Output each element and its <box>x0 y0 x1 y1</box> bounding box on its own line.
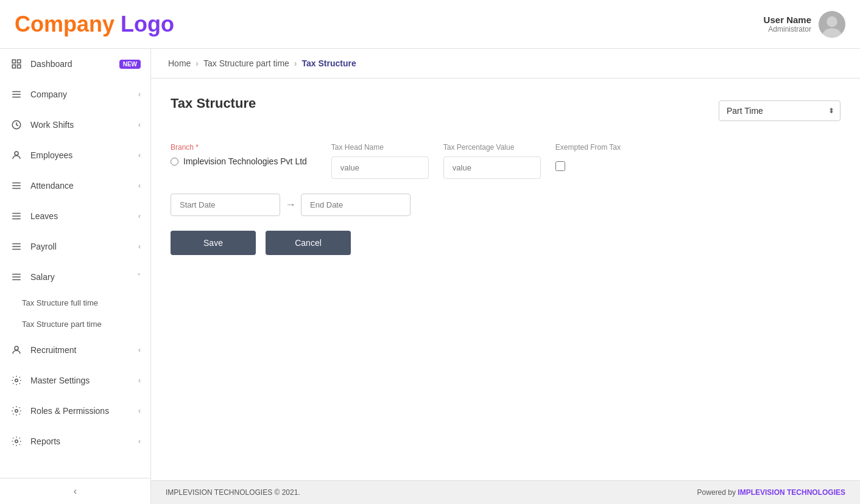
sidebar-item-leaves[interactable]: Leaves ‹ <box>0 201 150 231</box>
sidebar-item-work-shifts[interactable]: Work Shifts ‹ <box>0 110 150 140</box>
new-badge: NEW <box>119 60 141 69</box>
logo-company-text: Company <box>15 12 115 37</box>
sidebar-label-salary: Salary <box>30 272 137 282</box>
sidebar-item-payroll[interactable]: Payroll ‹ <box>0 231 150 262</box>
main-layout: Dashboard NEW Company ‹ Work Shifts ‹ Em… <box>0 49 860 504</box>
svg-point-24 <box>15 346 18 350</box>
breadcrumb-home[interactable]: Home <box>168 58 191 68</box>
sidebar-label-leaves: Leaves <box>30 211 138 221</box>
roles-icon <box>10 404 23 418</box>
breadcrumb-tax-part-time[interactable]: Tax Structure part time <box>203 58 289 68</box>
svg-point-27 <box>15 440 18 443</box>
dashboard-icon <box>10 57 23 71</box>
sidebar-item-dashboard[interactable]: Dashboard NEW <box>0 49 150 79</box>
svg-rect-4 <box>18 60 21 63</box>
reports-chevron: ‹ <box>138 437 141 446</box>
tax-head-name-label: Tax Head Name <box>331 143 429 152</box>
attendance-chevron: ‹ <box>138 181 141 190</box>
sidebar-label-attendance: Attendance <box>30 181 138 191</box>
tax-percentage-label: Tax Percentage Value <box>443 143 541 152</box>
user-text: User Name Administrator <box>764 15 811 33</box>
user-info: User Name Administrator <box>764 11 845 38</box>
start-date-input[interactable] <box>171 194 280 216</box>
tax-fields: Tax Head Name Tax Percentage Value Exemp… <box>331 143 621 179</box>
breadcrumb-tax-structure: Tax Structure <box>302 58 356 68</box>
salary-icon <box>10 270 23 284</box>
main-content: Tax Structure Part Time Full Time Branch… <box>151 79 860 480</box>
date-arrow-icon: → <box>285 198 296 211</box>
person-icon <box>10 149 23 162</box>
sidebar-item-employees[interactable]: Employees ‹ <box>0 140 150 170</box>
sidebar-label-master-settings: Master Settings <box>30 376 138 385</box>
leaves-chevron: ‹ <box>138 212 141 220</box>
attendance-icon <box>10 179 23 192</box>
footer-left: IMPLEVISION TECHNOLOGIES © 2021. <box>166 488 300 497</box>
branch-label: Branch * <box>171 143 307 152</box>
svg-point-25 <box>15 379 18 382</box>
company-logo: Company Logo <box>15 12 174 37</box>
roles-chevron: ‹ <box>138 407 141 415</box>
sidebar-label-employees: Employees <box>30 150 138 160</box>
recruitment-chevron: ‹ <box>138 346 141 354</box>
svg-point-11 <box>15 152 18 155</box>
collapse-icon: ‹ <box>74 486 77 497</box>
recruitment-icon <box>10 343 23 357</box>
svg-rect-5 <box>12 65 15 68</box>
branch-option-label: Implevision Technologies Pvt Ltd <box>183 156 307 166</box>
tax-percentage-field: Tax Percentage Value <box>443 143 541 179</box>
footer-brand: IMPLEVISION TECHNOLOGIES <box>738 488 845 497</box>
sidebar-item-reports[interactable]: Reports ‹ <box>0 426 150 457</box>
svg-point-1 <box>827 16 837 27</box>
master-settings-chevron: ‹ <box>138 376 141 385</box>
sidebar-sub-item-tax-part[interactable]: Tax Structure part time <box>0 313 150 335</box>
branch-radio[interactable] <box>171 158 178 166</box>
type-dropdown-wrapper: Part Time Full Time <box>719 100 841 121</box>
sidebar-item-company[interactable]: Company ‹ <box>0 79 150 110</box>
sidebar-sub-item-tax-full[interactable]: Tax Structure full time <box>0 292 150 313</box>
breadcrumb-sep-1: › <box>196 58 199 68</box>
sidebar: Dashboard NEW Company ‹ Work Shifts ‹ Em… <box>0 49 151 504</box>
svg-rect-3 <box>12 60 15 63</box>
work-shifts-chevron: ‹ <box>138 121 141 129</box>
end-date-input[interactable] <box>301 194 411 216</box>
sidebar-label-recruitment: Recruitment <box>30 345 138 355</box>
tax-percentage-input[interactable] <box>443 156 541 179</box>
master-settings-icon <box>10 374 23 387</box>
type-dropdown[interactable]: Part Time Full Time <box>719 100 841 121</box>
svg-point-26 <box>15 410 18 413</box>
sidebar-label-reports: Reports <box>30 436 138 446</box>
tax-head-name-field: Tax Head Name <box>331 143 429 179</box>
tax-part-label: Tax Structure part time <box>22 320 102 329</box>
header: Company Logo User Name Administrator <box>0 0 860 49</box>
breadcrumb-sep-2: › <box>294 58 297 68</box>
user-role: Administrator <box>764 25 811 33</box>
reports-icon <box>10 435 23 448</box>
save-button[interactable]: Save <box>171 231 256 255</box>
button-row: Save Cancel <box>171 231 841 255</box>
sidebar-label-company: Company <box>30 89 138 99</box>
avatar <box>819 11 845 38</box>
sidebar-label-payroll: Payroll <box>30 242 138 251</box>
exempted-label: Exempted From Tax <box>555 143 621 152</box>
logo-logo-text: Logo <box>115 12 174 37</box>
company-icon <box>10 88 23 101</box>
footer-right: Powered by IMPLEVISION TECHNOLOGIES <box>697 488 845 497</box>
clock-icon <box>10 118 23 131</box>
cancel-button[interactable]: Cancel <box>266 231 351 255</box>
sidebar-item-recruitment[interactable]: Recruitment ‹ <box>0 335 150 365</box>
payroll-icon <box>10 240 23 253</box>
exempted-checkbox[interactable] <box>555 161 565 171</box>
employees-chevron: ‹ <box>138 151 141 159</box>
sidebar-item-salary[interactable]: Salary ˅ <box>0 262 150 292</box>
tax-full-label: Tax Structure full time <box>22 298 98 307</box>
sidebar-collapse-button[interactable]: ‹ <box>0 478 150 504</box>
sidebar-label-work-shifts: Work Shifts <box>30 120 138 130</box>
footer-right-prefix: Powered by <box>697 488 738 497</box>
branch-section: Branch * Implevision Technologies Pvt Lt… <box>171 143 307 166</box>
sidebar-item-attendance[interactable]: Attendance ‹ <box>0 170 150 201</box>
sidebar-item-roles-permissions[interactable]: Roles & Permissions ‹ <box>0 396 150 426</box>
tax-head-name-input[interactable] <box>331 156 429 179</box>
user-name: User Name <box>764 15 811 25</box>
sidebar-item-master-settings[interactable]: Master Settings ‹ <box>0 365 150 396</box>
sidebar-label-dashboard: Dashboard <box>30 59 115 69</box>
